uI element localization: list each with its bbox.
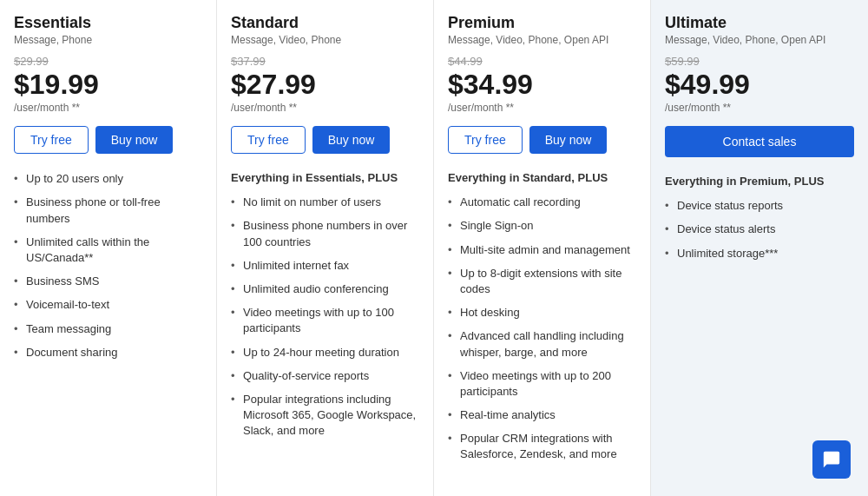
original-price-ultimate: $59.99	[665, 55, 854, 68]
price-note-ultimate: /user/month **	[665, 102, 854, 114]
feature-item: Single Sign-on	[448, 218, 636, 234]
feature-item: Business phone or toll-free numbers	[14, 195, 202, 226]
pricing-grid: EssentialsMessage, Phone$29.99$19.99/use…	[0, 0, 868, 496]
feature-item: Business SMS	[14, 274, 202, 289]
plan-tag-premium: Message, Video, Phone, Open API	[448, 34, 636, 46]
current-price-ultimate: $49.99	[665, 69, 854, 100]
original-price-essentials: $29.99	[14, 55, 202, 68]
plan-name-standard: Standard	[231, 14, 419, 32]
feature-item: Voicemail-to-text	[14, 297, 202, 313]
buy-now-button-essentials[interactable]: Buy now	[95, 126, 174, 154]
feature-item: Popular integrations including Microsoft…	[231, 392, 419, 440]
everything-in-standard: Everything in Essentials, PLUS	[231, 171, 419, 184]
feature-item: Unlimited calls within the US/Canada**	[14, 235, 202, 266]
plan-name-essentials: Essentials	[14, 14, 202, 32]
feature-item: Up to 20 users only	[14, 171, 202, 187]
plan-tag-ultimate: Message, Video, Phone, Open API	[665, 34, 854, 46]
chat-icon	[822, 450, 841, 469]
btn-group-essentials: Try freeBuy now	[14, 126, 202, 154]
plan-tag-standard: Message, Video, Phone	[231, 34, 419, 46]
original-price-standard: $37.99	[231, 55, 419, 68]
feature-item: Hot desking	[448, 305, 636, 321]
plan-name-premium: Premium	[448, 14, 636, 32]
plan-col-ultimate: UltimateMessage, Video, Phone, Open API$…	[651, 0, 868, 496]
feature-item: Up to 24-hour meeting duration	[231, 345, 419, 360]
try-free-button-standard[interactable]: Try free	[231, 126, 306, 154]
feature-item: Unlimited storage***	[665, 246, 854, 261]
feature-item: Video meetings with up to 100 participan…	[231, 305, 419, 336]
feature-item: Unlimited audio conferencing	[231, 281, 419, 297]
feature-item: Business phone numbers in over 100 count…	[231, 218, 419, 249]
feature-item: Unlimited internet fax	[231, 258, 419, 274]
everything-in-premium: Everything in Standard, PLUS	[448, 171, 636, 184]
btn-group-standard: Try freeBuy now	[231, 126, 419, 154]
price-note-premium: /user/month **	[448, 102, 636, 114]
buy-now-button-standard[interactable]: Buy now	[312, 126, 391, 154]
feature-item: Up to 8-digit extensions with site codes	[448, 266, 636, 297]
feature-item: Popular CRM integrations with Salesforce…	[448, 431, 636, 462]
feature-list-ultimate: Device status reportsDevice status alert…	[665, 198, 854, 261]
plan-name-ultimate: Ultimate	[665, 14, 854, 32]
plan-col-premium: PremiumMessage, Video, Phone, Open API$4…	[434, 0, 651, 496]
current-price-standard: $27.99	[231, 69, 419, 100]
feature-item: Device status alerts	[665, 222, 854, 237]
btn-group-premium: Try freeBuy now	[448, 126, 636, 154]
chat-button[interactable]	[812, 440, 851, 479]
original-price-premium: $44.99	[448, 55, 636, 68]
feature-item: Video meetings with up to 200 participan…	[448, 368, 636, 400]
feature-item: Automatic call recording	[448, 195, 636, 210]
feature-item: Multi-site admin and management	[448, 242, 636, 258]
price-note-essentials: /user/month **	[14, 102, 202, 114]
everything-in-ultimate: Everything in Premium, PLUS	[665, 175, 854, 188]
plan-tag-essentials: Message, Phone	[14, 34, 202, 46]
contact-sales-button-ultimate[interactable]: Contact sales	[665, 126, 854, 157]
try-free-button-essentials[interactable]: Try free	[14, 126, 89, 154]
feature-list-premium: Automatic call recordingSingle Sign-onMu…	[448, 195, 636, 462]
feature-item: Advanced call handling including whisper…	[448, 328, 636, 360]
current-price-essentials: $19.99	[14, 69, 202, 100]
buy-now-button-premium[interactable]: Buy now	[529, 126, 608, 154]
current-price-premium: $34.99	[448, 69, 636, 100]
try-free-button-premium[interactable]: Try free	[448, 126, 523, 154]
feature-item: Device status reports	[665, 198, 854, 214]
feature-list-essentials: Up to 20 users onlyBusiness phone or tol…	[14, 171, 202, 360]
feature-list-standard: No limit on number of usersBusiness phon…	[231, 195, 419, 439]
feature-item: Document sharing	[14, 345, 202, 360]
feature-item: Team messaging	[14, 321, 202, 337]
plan-col-standard: StandardMessage, Video, Phone$37.99$27.9…	[217, 0, 434, 496]
feature-item: Quality-of-service reports	[231, 368, 419, 384]
feature-item: No limit on number of users	[231, 195, 419, 210]
price-note-standard: /user/month **	[231, 102, 419, 114]
plan-col-essentials: EssentialsMessage, Phone$29.99$19.99/use…	[0, 0, 217, 496]
feature-item: Real-time analytics	[448, 407, 636, 423]
